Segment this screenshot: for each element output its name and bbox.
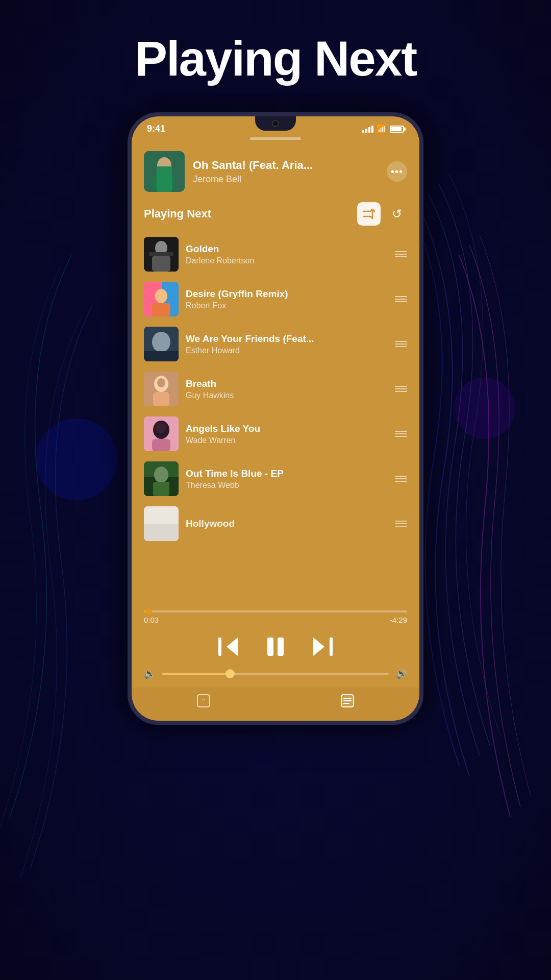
track-title: Desire (Gryffin Remix) — [186, 288, 388, 300]
track-title: Golden — [186, 243, 388, 255]
volume-section: 🔈 🔊 — [132, 668, 419, 688]
track-title: Hollywood — [186, 518, 388, 529]
repeat-icon: ↺ — [392, 207, 402, 221]
svg-point-28 — [154, 467, 168, 483]
track-title: Breath — [186, 378, 388, 389]
vol-up-button[interactable] — [128, 218, 131, 244]
bottom-tab-bar: " — [132, 688, 419, 721]
list-item: Desire (Gryffin Remix) Robert Fox — [132, 277, 419, 322]
svg-rect-33 — [218, 638, 221, 656]
svg-rect-41 — [343, 698, 352, 699]
svg-rect-14 — [152, 303, 170, 316]
progress-times: 0:03 -4:29 — [144, 616, 407, 624]
track-title: Out Time Is Blue - EP — [186, 468, 388, 479]
svg-rect-35 — [278, 638, 284, 656]
playback-controls — [132, 627, 419, 668]
svg-rect-42 — [343, 700, 352, 701]
svg-rect-21 — [153, 392, 169, 406]
track-info: Hollywood — [186, 518, 388, 529]
playback-mode-controls: ↺ — [357, 202, 407, 226]
track-artwork — [144, 237, 179, 272]
svg-rect-29 — [153, 482, 169, 496]
vol-down-button[interactable] — [128, 252, 131, 277]
track-artist: Esther Howard — [186, 346, 388, 355]
svg-rect-31 — [144, 524, 179, 541]
drag-handle[interactable] — [395, 251, 407, 257]
now-playing-title: Oh Santa! (Feat. Aria... — [193, 159, 379, 172]
tab-lyrics[interactable]: " — [195, 693, 212, 713]
svg-rect-9 — [149, 252, 173, 256]
wifi-icon: 📶 — [377, 124, 387, 134]
drag-handle[interactable] — [395, 296, 407, 302]
tab-queue[interactable] — [339, 693, 356, 713]
track-info: Desire (Gryffin Remix) Robert Fox — [186, 288, 388, 310]
list-item: Angels Like You Wade Warren — [132, 411, 419, 456]
pause-button[interactable] — [264, 635, 287, 658]
track-artist: Robert Fox — [186, 301, 388, 310]
volume-high-icon: 🔊 — [396, 668, 407, 679]
now-playing-info: Oh Santa! (Feat. Aria... Jerome Bell — [193, 159, 379, 185]
phone-frame: 9:41 📶 — [128, 112, 423, 725]
svg-point-16 — [152, 332, 170, 352]
progress-bar[interactable] — [144, 610, 407, 612]
now-playing-artwork — [144, 151, 185, 192]
track-info: Golden Darlene Robertson — [186, 243, 388, 265]
status-time: 9:41 — [147, 124, 165, 134]
repeat-button[interactable]: ↺ — [387, 204, 407, 224]
svg-rect-43 — [343, 703, 349, 704]
drag-handle[interactable] — [395, 386, 407, 392]
track-artwork — [144, 327, 179, 361]
svg-rect-25 — [152, 439, 170, 451]
track-list: Golden Darlene Robertson — [132, 232, 419, 608]
battery-icon — [390, 126, 404, 133]
list-item: Out Time Is Blue - EP Theresa Webb — [132, 456, 419, 501]
power-button[interactable] — [420, 229, 423, 264]
more-dots-icon: ••• — [391, 166, 403, 178]
previous-button[interactable] — [218, 638, 239, 656]
progress-section: 0:03 -4:29 — [132, 608, 419, 627]
drag-handle[interactable] — [395, 521, 407, 527]
volume-scrubber[interactable] — [226, 669, 235, 678]
now-playing-header: Oh Santa! (Feat. Aria... Jerome Bell ••• — [132, 145, 419, 198]
drag-handle[interactable] — [395, 476, 407, 482]
status-icons: 📶 — [362, 124, 404, 134]
svg-rect-8 — [152, 255, 170, 272]
track-artist: Guy Hawkins — [186, 391, 388, 400]
time-remaining: -4:29 — [390, 616, 407, 624]
camera — [272, 120, 279, 127]
volume-bar[interactable] — [162, 673, 389, 675]
volume-fill — [162, 673, 230, 675]
track-artwork — [144, 416, 179, 451]
svg-point-1 — [454, 378, 515, 439]
volume-low-icon: 🔈 — [144, 668, 155, 679]
svg-rect-5 — [157, 166, 172, 192]
svg-point-13 — [155, 289, 167, 303]
track-artist: Darlene Robertson — [186, 256, 388, 265]
time-current: 0:03 — [144, 616, 159, 624]
track-info: Breath Guy Hawkins — [186, 378, 388, 400]
list-item: Hollywood — [132, 501, 419, 546]
now-playing-artist: Jerome Bell — [193, 174, 379, 185]
shuffle-button[interactable] — [357, 202, 381, 226]
more-options-button[interactable]: ••• — [387, 161, 407, 182]
notch — [255, 116, 296, 131]
track-artwork — [144, 461, 179, 496]
drag-handle[interactable] — [395, 431, 407, 437]
list-item: Breath Guy Hawkins — [132, 366, 419, 411]
svg-marker-36 — [313, 638, 324, 656]
svg-rect-34 — [267, 638, 273, 656]
page-title: Playing Next — [0, 31, 551, 87]
playing-next-section-header: Playing Next ↺ — [132, 198, 419, 232]
track-artist: Wade Warren — [186, 436, 388, 445]
track-artist: Theresa Webb — [186, 481, 388, 490]
progress-scrubber[interactable] — [146, 608, 152, 615]
track-info: Angels Like You Wade Warren — [186, 423, 388, 445]
phone-screen: 9:41 📶 — [132, 116, 419, 721]
next-button[interactable] — [312, 638, 333, 656]
drag-handle[interactable] — [395, 341, 407, 347]
svg-rect-17 — [144, 351, 179, 361]
svg-text:": " — [203, 697, 205, 705]
track-info: We Are Your Friends (Feat... Esther Howa… — [186, 333, 388, 355]
track-artwork — [144, 372, 179, 406]
playing-next-label: Playing Next — [144, 207, 211, 220]
